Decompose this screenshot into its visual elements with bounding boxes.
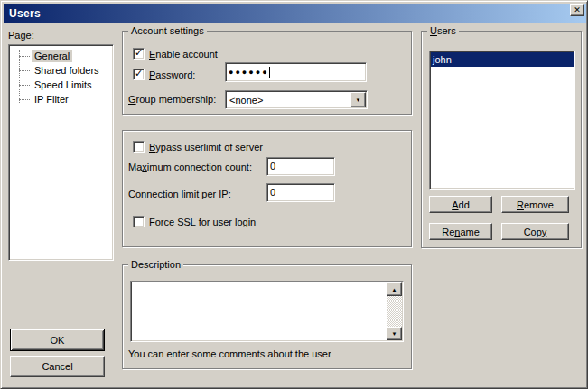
add-button[interactable]: Add: [429, 196, 492, 213]
window-title: Users: [4, 7, 41, 20]
description-hint: You can enter some comments about the us…: [128, 348, 331, 360]
bypass-userlimit-checkbox[interactable]: [133, 141, 145, 153]
password-checkbox[interactable]: ✓: [133, 69, 145, 80]
connection-limit-label: Connection limit per IP:: [128, 189, 231, 200]
bypass-userlimit-label: Bypass userlimit of server: [149, 142, 263, 153]
description-title: Description: [128, 259, 183, 271]
group-membership-value: <none>: [226, 95, 350, 106]
tree-branch-icon: [19, 85, 30, 86]
password-label: Password:: [149, 69, 195, 81]
title-bar[interactable]: Users: [4, 4, 586, 23]
account-settings-title: Account settings: [128, 25, 207, 37]
max-connections-value: 0: [270, 160, 275, 173]
scroll-up-icon[interactable]: ▲: [387, 282, 402, 296]
description-scrollbar[interactable]: ▲ ▼: [387, 282, 402, 340]
tree-branch-icon: [19, 70, 30, 71]
scroll-down-icon[interactable]: ▼: [387, 327, 402, 340]
remove-button[interactable]: Remove: [501, 196, 569, 213]
tree-item-shared-folders[interactable]: Shared folders: [9, 63, 113, 78]
check-icon: ✓: [135, 68, 143, 79]
connection-limit-input[interactable]: 0: [266, 183, 335, 202]
close-icon: ✕: [574, 5, 581, 14]
tree-item-general[interactable]: General: [9, 49, 113, 63]
page-label: Page:: [8, 30, 34, 42]
ok-button[interactable]: OK: [10, 329, 105, 351]
close-button[interactable]: ✕: [570, 4, 584, 16]
group-membership-select[interactable]: <none> ▼: [225, 90, 368, 109]
text-caret: [269, 67, 270, 78]
force-ssl-label: Force SSL for user login: [149, 217, 256, 228]
tree-item-speed-limits[interactable]: Speed Limits: [9, 78, 113, 92]
dropdown-arrow-icon[interactable]: ▼: [350, 92, 366, 107]
tree-branch-icon: [19, 56, 30, 57]
rename-button[interactable]: Rename: [429, 223, 492, 240]
enable-account-checkbox[interactable]: ✓: [133, 48, 145, 60]
users-title: Users: [427, 25, 459, 37]
users-group: Users john Add Remove Rename Copy: [421, 31, 582, 248]
users-list: john: [429, 51, 575, 190]
account-settings-group: Account settings ✓ Enable account ✓ Pass…: [122, 31, 412, 115]
group-membership-label: Group membership:: [128, 94, 216, 106]
description-value: [131, 282, 386, 341]
max-connections-input[interactable]: 0: [266, 157, 335, 176]
limits-group: Bypass userlimit of server Maximum conne…: [122, 130, 412, 247]
check-icon: ✓: [135, 47, 143, 58]
password-input[interactable]: ●●●●●●: [225, 62, 367, 82]
cancel-button[interactable]: Cancel: [10, 356, 105, 377]
page-tree: General Shared folders Speed Limits IP F…: [8, 44, 114, 261]
tree-branch-icon: [19, 99, 30, 100]
enable-account-label: Enable account: [149, 49, 218, 60]
max-connections-label: Maximum connection count:: [128, 162, 252, 173]
users-dialog: Users ✕ Page: General Shared folders Spe…: [0, 0, 588, 389]
list-item-john[interactable]: john: [431, 52, 574, 67]
password-value: ●●●●●●: [229, 66, 269, 79]
copy-button[interactable]: Copy: [501, 223, 569, 240]
description-group: Description ▲ ▼ You can enter some comme…: [122, 264, 412, 369]
tree-item-ip-filter[interactable]: IP Filter: [9, 92, 113, 107]
description-input[interactable]: ▲ ▼: [130, 281, 404, 342]
force-ssl-checkbox[interactable]: [133, 216, 145, 227]
connection-limit-value: 0: [270, 186, 275, 199]
